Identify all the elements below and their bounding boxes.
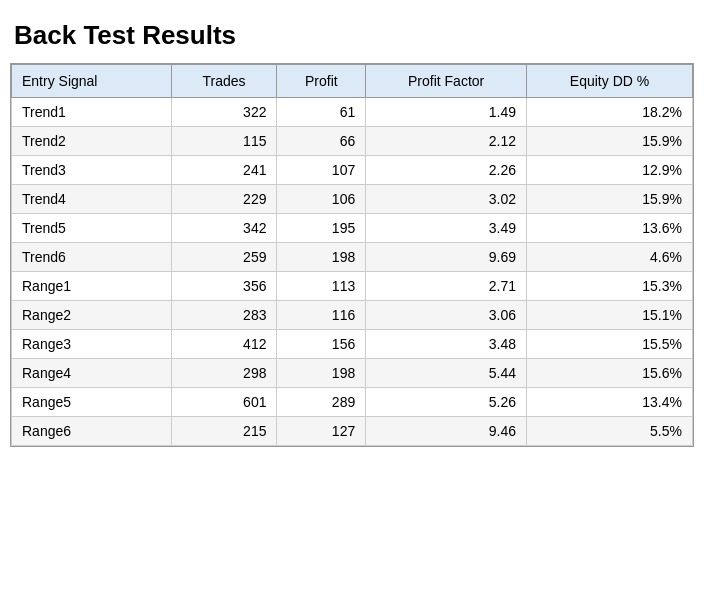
cell-profit-0: 61 xyxy=(277,98,366,127)
cell-entry_signal-0: Trend1 xyxy=(12,98,172,127)
results-table-container: Entry Signal Trades Profit Profit Factor… xyxy=(10,63,694,447)
results-table: Entry Signal Trades Profit Profit Factor… xyxy=(11,64,693,446)
cell-equity_dd-1: 15.9% xyxy=(527,127,693,156)
cell-profit_factor-2: 2.26 xyxy=(366,156,527,185)
cell-trades-3: 229 xyxy=(171,185,277,214)
cell-trades-1: 115 xyxy=(171,127,277,156)
cell-trades-6: 356 xyxy=(171,272,277,301)
cell-trades-5: 259 xyxy=(171,243,277,272)
table-row: Trend42291063.0215.9% xyxy=(12,185,693,214)
table-row: Trend2115662.1215.9% xyxy=(12,127,693,156)
cell-profit-3: 106 xyxy=(277,185,366,214)
cell-profit_factor-4: 3.49 xyxy=(366,214,527,243)
col-header-equity-dd: Equity DD % xyxy=(527,65,693,98)
cell-profit_factor-6: 2.71 xyxy=(366,272,527,301)
cell-equity_dd-9: 15.6% xyxy=(527,359,693,388)
table-row: Range62151279.465.5% xyxy=(12,417,693,446)
cell-trades-7: 283 xyxy=(171,301,277,330)
table-row: Trend1322611.4918.2% xyxy=(12,98,693,127)
cell-profit-9: 198 xyxy=(277,359,366,388)
cell-profit_factor-3: 3.02 xyxy=(366,185,527,214)
cell-equity_dd-11: 5.5% xyxy=(527,417,693,446)
col-header-profit: Profit xyxy=(277,65,366,98)
col-header-profit-factor: Profit Factor xyxy=(366,65,527,98)
cell-entry_signal-10: Range5 xyxy=(12,388,172,417)
table-row: Range42981985.4415.6% xyxy=(12,359,693,388)
table-row: Range13561132.7115.3% xyxy=(12,272,693,301)
cell-entry_signal-1: Trend2 xyxy=(12,127,172,156)
cell-profit_factor-10: 5.26 xyxy=(366,388,527,417)
cell-equity_dd-4: 13.6% xyxy=(527,214,693,243)
cell-profit_factor-8: 3.48 xyxy=(366,330,527,359)
cell-trades-9: 298 xyxy=(171,359,277,388)
cell-equity_dd-2: 12.9% xyxy=(527,156,693,185)
cell-profit-7: 116 xyxy=(277,301,366,330)
page-title: Back Test Results xyxy=(10,10,694,63)
cell-profit_factor-0: 1.49 xyxy=(366,98,527,127)
cell-profit-11: 127 xyxy=(277,417,366,446)
cell-profit-6: 113 xyxy=(277,272,366,301)
cell-entry_signal-6: Range1 xyxy=(12,272,172,301)
cell-trades-2: 241 xyxy=(171,156,277,185)
cell-profit_factor-9: 5.44 xyxy=(366,359,527,388)
cell-trades-0: 322 xyxy=(171,98,277,127)
cell-equity_dd-10: 13.4% xyxy=(527,388,693,417)
cell-entry_signal-5: Trend6 xyxy=(12,243,172,272)
cell-equity_dd-0: 18.2% xyxy=(527,98,693,127)
cell-trades-4: 342 xyxy=(171,214,277,243)
cell-trades-11: 215 xyxy=(171,417,277,446)
table-row: Range56012895.2613.4% xyxy=(12,388,693,417)
cell-entry_signal-7: Range2 xyxy=(12,301,172,330)
cell-entry_signal-2: Trend3 xyxy=(12,156,172,185)
cell-entry_signal-3: Trend4 xyxy=(12,185,172,214)
table-header-row: Entry Signal Trades Profit Profit Factor… xyxy=(12,65,693,98)
col-header-trades: Trades xyxy=(171,65,277,98)
cell-equity_dd-6: 15.3% xyxy=(527,272,693,301)
cell-profit-4: 195 xyxy=(277,214,366,243)
cell-profit_factor-7: 3.06 xyxy=(366,301,527,330)
cell-profit-2: 107 xyxy=(277,156,366,185)
cell-profit-1: 66 xyxy=(277,127,366,156)
cell-entry_signal-8: Range3 xyxy=(12,330,172,359)
cell-entry_signal-9: Range4 xyxy=(12,359,172,388)
cell-entry_signal-4: Trend5 xyxy=(12,214,172,243)
cell-equity_dd-8: 15.5% xyxy=(527,330,693,359)
cell-equity_dd-7: 15.1% xyxy=(527,301,693,330)
col-header-entry-signal: Entry Signal xyxy=(12,65,172,98)
cell-equity_dd-5: 4.6% xyxy=(527,243,693,272)
cell-profit_factor-11: 9.46 xyxy=(366,417,527,446)
cell-trades-10: 601 xyxy=(171,388,277,417)
cell-profit-5: 198 xyxy=(277,243,366,272)
cell-profit_factor-1: 2.12 xyxy=(366,127,527,156)
table-row: Trend62591989.694.6% xyxy=(12,243,693,272)
cell-equity_dd-3: 15.9% xyxy=(527,185,693,214)
cell-profit_factor-5: 9.69 xyxy=(366,243,527,272)
table-row: Range22831163.0615.1% xyxy=(12,301,693,330)
table-row: Trend53421953.4913.6% xyxy=(12,214,693,243)
cell-entry_signal-11: Range6 xyxy=(12,417,172,446)
table-row: Range34121563.4815.5% xyxy=(12,330,693,359)
table-row: Trend32411072.2612.9% xyxy=(12,156,693,185)
cell-profit-10: 289 xyxy=(277,388,366,417)
cell-profit-8: 156 xyxy=(277,330,366,359)
cell-trades-8: 412 xyxy=(171,330,277,359)
